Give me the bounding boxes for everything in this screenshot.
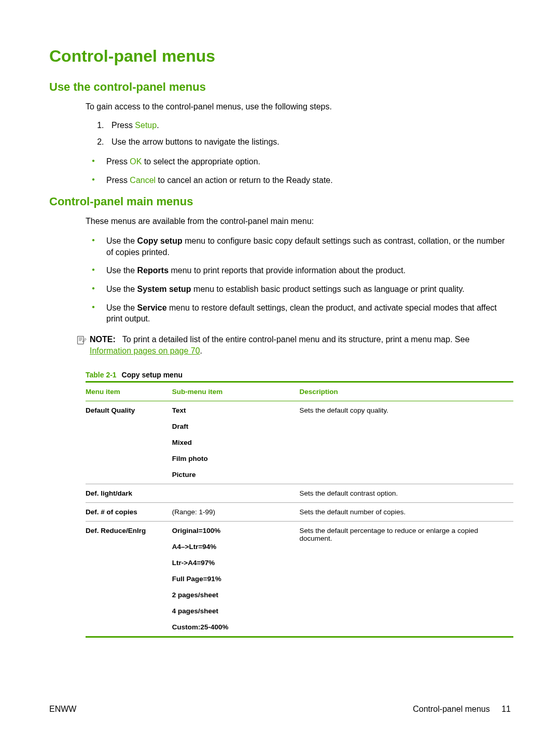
- svg-rect-0: [78, 336, 84, 344]
- step-2: Use the arrow buttons to navigate the li…: [106, 137, 511, 147]
- footer-left: ENWW: [49, 705, 76, 714]
- bullet-reports: Use the Reports menu to print reports th…: [86, 265, 511, 276]
- note-label: NOTE:: [90, 335, 116, 344]
- copy-setup-table: Menu item Sub-menu item Description Defa…: [86, 381, 513, 638]
- cancel-button-label: Cancel: [130, 176, 156, 185]
- intro-paragraph-2: These menus are available from the contr…: [86, 217, 511, 226]
- section-heading-use-menus: Use the control-panel menus: [49, 80, 511, 94]
- cell-desc: Sets the default contrast option.: [299, 484, 513, 502]
- cell-desc: Sets the default percentage to reduce or…: [299, 521, 513, 637]
- table-row: Def. Reduce/Enlrg Original=100% A4–>Ltr=…: [86, 521, 513, 637]
- table-caption-label: Table 2-1: [86, 371, 117, 379]
- table-header-row: Menu item Sub-menu item Description: [86, 382, 513, 401]
- bullet-copy-setup: Use the Copy setup menu to configure bas…: [86, 235, 511, 258]
- cell-sub: Original=100% A4–>Ltr=94% Ltr->A4=97% Fu…: [172, 521, 300, 637]
- bullet-cancel: Press Cancel to cancel an action or retu…: [86, 175, 511, 186]
- footer-right: Control-panel menus 11: [413, 705, 511, 714]
- cell-sub: (Range: 1-99): [172, 502, 300, 521]
- main-menu-bullets: Use the Copy setup menu to configure bas…: [86, 235, 511, 325]
- cell-menu: Def. Reduce/Enlrg: [86, 521, 172, 637]
- cell-menu: Def. # of copies: [86, 502, 172, 521]
- page-number: 11: [501, 705, 511, 713]
- bullet-ok: Press OK to select the appropriate optio…: [86, 156, 511, 167]
- step-text: Use the arrow buttons to navigate the li…: [111, 137, 279, 146]
- step-text-suffix: .: [157, 121, 159, 130]
- bullet-service: Use the Service menu to restore default …: [86, 302, 511, 325]
- step-text: Press: [111, 121, 135, 130]
- table-caption: Table 2-1 Copy setup menu: [86, 371, 511, 379]
- intro-paragraph: To gain access to the control-panel menu…: [86, 102, 511, 111]
- note-icon: [76, 335, 87, 345]
- note-block: NOTE: To print a detailed list of the en…: [76, 334, 511, 357]
- section-heading-main-menus: Control-panel main menus: [49, 195, 511, 208]
- page-title: Control-panel menus: [49, 47, 511, 66]
- document-page: Control-panel menus Use the control-pane…: [0, 0, 560, 745]
- steps-list: Press Setup. Use the arrow buttons to na…: [86, 121, 511, 147]
- cell-desc: Sets the default copy quality.: [299, 401, 513, 484]
- bullet-system-setup: Use the System setup menu to establish b…: [86, 284, 511, 295]
- cell-menu: Default Quality: [86, 401, 172, 484]
- table-caption-title: Copy setup menu: [122, 371, 183, 379]
- ok-button-label: OK: [130, 157, 142, 166]
- step-1: Press Setup.: [106, 121, 511, 130]
- table-row: Default Quality Text Draft Mixed Film ph…: [86, 401, 513, 484]
- cell-menu: Def. light/dark: [86, 484, 172, 502]
- table-row: Def. # of copies (Range: 1-99) Sets the …: [86, 502, 513, 521]
- cell-sub: [172, 484, 300, 502]
- col-header-desc: Description: [299, 382, 513, 401]
- note-text: NOTE: To print a detailed list of the en…: [90, 334, 511, 357]
- col-header-menu: Menu item: [86, 382, 172, 401]
- info-pages-link[interactable]: Information pages on page 70: [90, 346, 200, 355]
- table-row: Def. light/dark Sets the default contras…: [86, 484, 513, 502]
- setup-button-label: Setup: [135, 121, 157, 130]
- sub-bullets: Press OK to select the appropriate optio…: [86, 156, 511, 186]
- col-header-sub: Sub-menu item: [172, 382, 300, 401]
- page-footer: ENWW Control-panel menus 11: [49, 705, 511, 714]
- cell-sub: Text Draft Mixed Film photo Picture: [172, 401, 300, 484]
- cell-desc: Sets the default number of copies.: [299, 502, 513, 521]
